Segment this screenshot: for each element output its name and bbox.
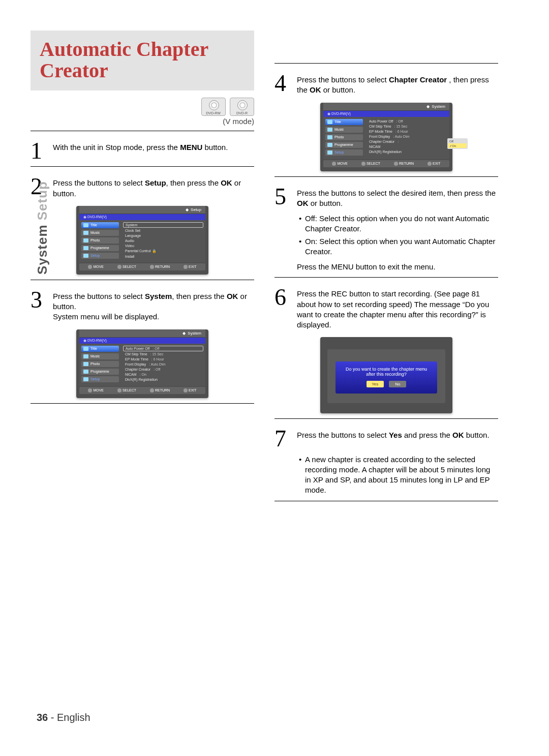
screenshot-setup-menu: ◆Setup ◉ DVD-RW(V) Title Music Photo Pro… [76,206,208,275]
sidebar-item-programme[interactable]: Programme [325,142,363,148]
sidebar-item-programme[interactable]: Programme [81,245,119,251]
footer-label: RETURN [155,265,170,268]
term: System [145,292,172,300]
yes-button[interactable]: Yes [367,381,384,387]
side-label-setup: Setup [35,181,50,224]
sidebar-item-photo[interactable]: Photo [81,361,119,367]
disc-icon: ◉ [83,215,87,219]
ss-footer: MOVE SELECT RETURN EXIT [79,263,205,270]
sidebar-item-music[interactable]: Music [81,353,119,359]
term: MENU [180,143,202,152]
text: Press the buttons to select [53,178,145,187]
sidebar-item-setup[interactable]: Setup [81,376,119,382]
menu-opt[interactable]: Video [123,244,203,248]
term: Yes [389,431,402,439]
step-number: 7 [274,428,292,449]
menu-kv[interactable]: Front Display: Auto Dim [123,362,203,367]
menu-opt[interactable]: Install [123,254,203,259]
menu-kv[interactable]: EP Mode Time: 6 Hour [367,129,447,134]
sidebar-item-setup[interactable]: Setup [81,253,119,259]
ss-header-text: Setup [191,207,201,212]
menu-kv[interactable]: EP Mode Time: 6 Hour [123,357,203,361]
menu-kv[interactable]: NICAM [367,144,447,149]
dropdown[interactable]: Off ✓On [447,138,468,149]
dash: - [48,712,57,723]
page-footer: 36 - English [37,712,90,723]
ss-options: System Clock Set Language Audio Video Pa… [121,220,205,262]
sidebar-item-title[interactable]: Title [81,222,119,228]
menu-opt[interactable]: Audio [123,238,203,243]
ss-sidebar: Title Music Photo Programme Setup [79,220,121,262]
sidebar-item-programme[interactable]: Programme [81,369,119,375]
disc-icon: ◉ [83,339,87,342]
ss-sub-text: DVD-RW(V) [331,112,351,115]
text: button. [464,431,490,439]
no-button[interactable]: No [389,381,406,387]
text: or button. [321,85,356,94]
menu-kv[interactable]: NICAM: On [123,372,203,377]
ss-header-text: System [432,104,445,109]
footer-label: SELECT [367,162,380,165]
lock-icon: 🔒 [152,249,157,253]
diamond-icon: ◆ [186,207,189,212]
menu-kv[interactable]: DivX(R) Registration [123,377,203,382]
menu-opt[interactable]: Clock Set [123,228,203,233]
sidebar-item-setup[interactable]: Setup [325,149,363,156]
term: Setup [145,178,166,187]
return-icon [150,388,154,392]
step-body: Press the buttons to select Chapter Crea… [297,73,498,96]
footer-label: MOVE [337,162,348,165]
menu-kv[interactable]: Auto Power Off: Off [367,119,447,124]
sidebar-item-title[interactable]: Title [325,119,363,125]
menu-kv[interactable]: Chapter Creator: Off [123,367,203,372]
rule [274,501,498,501]
sidebar-item-title[interactable]: Title [81,346,119,352]
step-body: Press the buttons to select the desired … [297,186,498,209]
text: button. [202,143,228,152]
ss-options: Auto Power Off: Off CM Skip Time: 15 Sec… [365,117,449,159]
menu-opt[interactable]: Parental Control 🔒 [123,249,203,254]
sidebar-item-music[interactable]: Music [325,127,363,133]
term: OK [221,178,232,187]
ss-footer: MOVE SELECT RETURN EXIT [79,387,205,394]
photo-icon [327,135,332,139]
bullet-list: A new chapter is created according to th… [292,455,498,496]
text: , then press the [172,292,227,300]
menu-kv[interactable]: Front Display: Auto Dim [367,134,447,139]
rule [30,131,254,131]
rule [30,166,254,167]
step-body: Press the buttons to select Yes and pres… [297,428,490,449]
sidebar-item-music[interactable]: Music [81,230,119,236]
menu-opt[interactable]: System [123,222,203,228]
term: OK [297,199,309,207]
menu-kv[interactable]: DivX(R) Registration [367,149,447,154]
title-icon [83,223,88,227]
step-5: 5 Press the buttons to select the desire… [274,186,498,209]
screenshot-chapter-creator: ◆System ◉ DVD-RW(V) Title Music Photo Pr… [320,103,452,171]
text: Press the buttons to select [297,431,389,439]
move-icon [88,388,92,392]
rule [30,403,254,404]
dropdown-off[interactable]: Off [448,139,467,143]
photo-icon [83,238,88,243]
text: Press the buttons to select [53,292,145,300]
dropdown-on[interactable]: ✓On [448,143,467,148]
menu-kv[interactable]: CM Skip Time: 15 Sec [123,352,203,356]
setup-icon [327,150,332,155]
text: Press the MENU button to exit the menu. [297,262,498,272]
dialog-box: Do you want to create the chapter menu a… [336,361,437,394]
disc-dvd-r-icon: DVD-R [230,98,254,116]
menu-kv[interactable]: CM Skip Time: 15 Sec [367,124,447,129]
rule [274,277,498,278]
text: Press the buttons to select [297,75,389,84]
sidebar-item-photo[interactable]: Photo [325,134,363,140]
list-item: On: Select this option when you want Aut… [299,236,498,257]
menu-kv-chapter-creator[interactable]: Chapter Creator: Off ✓On [367,139,447,144]
text: or button. [309,199,343,207]
menu-opt[interactable]: Language [123,233,203,238]
text: Press the buttons to select the desired … [297,189,496,197]
menu-kv[interactable]: Auto Power Off: Off [123,346,203,351]
sidebar-item-photo[interactable]: Photo [81,237,119,244]
title-icon [83,347,88,351]
v-mode-label: (V mode) [30,117,254,126]
